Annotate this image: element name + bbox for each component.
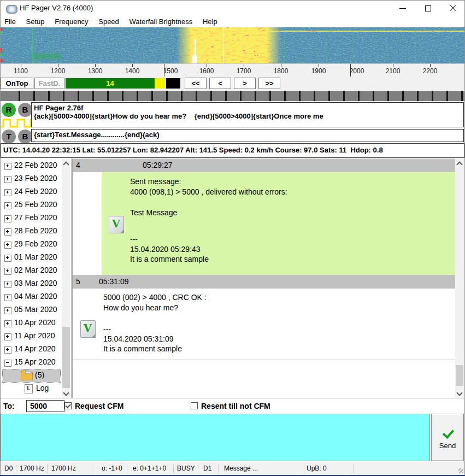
expand-icon[interactable] — [4, 346, 11, 354]
comment-separator: --- — [103, 324, 182, 334]
waterfall-display[interactable] — [0, 27, 465, 63]
request-cfm-checkbox[interactable] — [64, 402, 72, 409]
tree-item-label[interactable]: 27 Feb 2020 — [14, 213, 57, 222]
scrollbar-thumb[interactable] — [62, 327, 70, 388]
expand-icon[interactable] — [4, 268, 11, 275]
menu-setup[interactable]: Setup — [26, 16, 45, 27]
message-header[interactable]: 5 05:31:09 — [73, 275, 455, 289]
expand-icon[interactable] — [4, 242, 11, 249]
scroll-up-button[interactable] — [62, 158, 70, 168]
fastd-button[interactable]: FastD. — [34, 78, 64, 89]
expand-icon[interactable] — [4, 281, 11, 288]
tree-item[interactable]: 04 Mar 2020 — [0, 291, 71, 304]
message-input[interactable] — [1, 414, 430, 461]
send-button[interactable]: Send — [431, 414, 464, 461]
tree-item-label[interactable]: 01 Mar 2020 — [14, 252, 57, 261]
tree-item-label[interactable]: 10 Apr 2020 — [14, 318, 56, 327]
expand-icon[interactable] — [4, 320, 11, 327]
tree-item-folder[interactable]: (5) — [0, 369, 71, 383]
control-row: OnTop FastD. 14 << < > >> — [0, 77, 465, 90]
tree-item[interactable]: 03 Mar 2020 — [0, 278, 71, 291]
expand-icon[interactable] — [4, 333, 11, 340]
nav-forward-fast-button[interactable]: >> — [258, 78, 280, 89]
resent-cfm-checkbox[interactable] — [191, 402, 198, 409]
freq-label: 1200 — [51, 67, 66, 75]
expand-icon[interactable] — [4, 215, 11, 222]
app-icon — [6, 5, 17, 14]
menu-frequency[interactable]: Frequency — [55, 16, 88, 27]
tree-item-log[interactable]: L Log — [0, 383, 71, 396]
expand-icon[interactable] — [4, 307, 11, 314]
tree-item[interactable]: 10 Apr 2020 — [0, 317, 71, 330]
scrollbar-thumb[interactable] — [456, 365, 463, 386]
tree-item-label[interactable]: 28 Feb 2020 — [14, 226, 57, 235]
tree-item-label[interactable]: 05 Mar 2020 — [14, 305, 57, 314]
waterfall-edge-mark — [0, 28, 3, 31]
tree-item-label[interactable]: 29 Feb 2020 — [14, 239, 57, 248]
menu-speed[interactable]: Speed — [98, 16, 119, 27]
expand-icon[interactable] — [4, 176, 11, 183]
message-line: Test Message — [130, 208, 287, 218]
tree-item[interactable]: 24 Feb 2020 — [0, 186, 71, 199]
resize-grip[interactable] — [458, 468, 463, 473]
expand-icon[interactable] — [4, 202, 11, 209]
tree-item-label[interactable]: 24 Feb 2020 — [14, 187, 57, 196]
log-label[interactable]: Log — [36, 384, 49, 392]
tree-scrollbar[interactable] — [62, 158, 70, 398]
expand-icon[interactable] — [4, 189, 11, 196]
tree-item[interactable]: 14 Apr 2020 — [0, 343, 71, 356]
tree-item[interactable]: 27 Feb 2020 — [0, 212, 71, 225]
frequency-scale[interactable]: 1100 1200 1300 1400 1500 1600 1700 1800 … — [0, 63, 465, 77]
tree-item[interactable]: 28 Feb 2020 — [0, 225, 71, 238]
tree-item-label[interactable]: 03 Mar 2020 — [14, 279, 57, 287]
folder-count-label[interactable]: (5) — [35, 371, 44, 379]
menu-waterfall-brightness[interactable]: Waterfall Brightness — [129, 16, 192, 27]
message-header[interactable]: 4 05:29:27 — [73, 158, 455, 172]
expand-icon[interactable] — [4, 163, 11, 170]
to-address-input[interactable] — [26, 400, 64, 412]
scroll-down-button[interactable] — [62, 389, 70, 398]
nav-back-button[interactable]: < — [209, 78, 231, 89]
scroll-up-button[interactable] — [455, 158, 464, 168]
tree-item[interactable]: 25 Feb 2020 — [0, 199, 71, 212]
tree-item-label[interactable]: 02 Mar 2020 — [14, 266, 57, 274]
tree-item[interactable]: 29 Feb 2020 — [0, 238, 71, 251]
expand-icon[interactable] — [4, 255, 11, 262]
ontop-button[interactable]: OnTop — [1, 78, 33, 89]
waterfall-marker — [192, 55, 197, 63]
tree-item[interactable]: 23 Feb 2020 — [0, 173, 71, 186]
tree-item[interactable]: 15 Apr 2020 — [0, 356, 71, 369]
close-button[interactable] — [441, 0, 465, 16]
progress-yellow-segment — [155, 78, 166, 89]
tree-item-label[interactable]: 14 Apr 2020 — [14, 344, 56, 353]
gps-status-line: UTC: 14.04.20 22:32:15 Lat: 55.012257 Lo… — [1, 143, 464, 158]
nav-back-fast-button[interactable]: << — [185, 78, 207, 89]
menu-help[interactable]: Help — [203, 16, 217, 27]
scroll-down-button[interactable] — [455, 389, 464, 398]
tree-item-label[interactable]: 22 Feb 2020 — [14, 161, 57, 169]
message-text: Sent message: 4000 (098,1) > 5000 , deli… — [130, 177, 287, 218]
waterfall-edge-mark — [0, 32, 2, 33]
tree-item[interactable]: 05 Mar 2020 — [0, 304, 71, 317]
tree-item[interactable]: 11 Apr 2020 — [0, 330, 71, 343]
tree-item-label[interactable]: 23 Feb 2020 — [14, 174, 57, 183]
collapse-icon[interactable] — [4, 360, 11, 367]
chevron-down-icon — [63, 390, 69, 396]
maximize-button[interactable] — [416, 0, 440, 16]
tree-item-label[interactable]: 25 Feb 2020 — [14, 200, 57, 209]
tree-item[interactable]: 02 Mar 2020 — [0, 265, 71, 278]
minimize-button[interactable] — [391, 0, 415, 16]
tree-item-label[interactable]: 11 Apr 2020 — [14, 331, 55, 340]
expand-icon[interactable] — [4, 294, 11, 301]
hf-pager-window: HF Pager V2.76 (4000) File Setup Frequen… — [0, 0, 465, 476]
tree-item-label[interactable]: 15 Apr 2020 — [14, 357, 56, 366]
tree-item[interactable]: 01 Mar 2020 — [0, 251, 71, 265]
freq-label: 1500 — [163, 67, 178, 75]
chevron-up-icon — [456, 161, 462, 167]
tree-item-label[interactable]: 04 Mar 2020 — [14, 292, 57, 301]
menu-file[interactable]: File — [4, 16, 16, 27]
tree-item[interactable]: 22 Feb 2020 — [0, 160, 71, 173]
expand-icon[interactable] — [4, 228, 11, 236]
message-scrollbar[interactable] — [455, 158, 464, 398]
nav-forward-button[interactable]: > — [234, 78, 256, 89]
